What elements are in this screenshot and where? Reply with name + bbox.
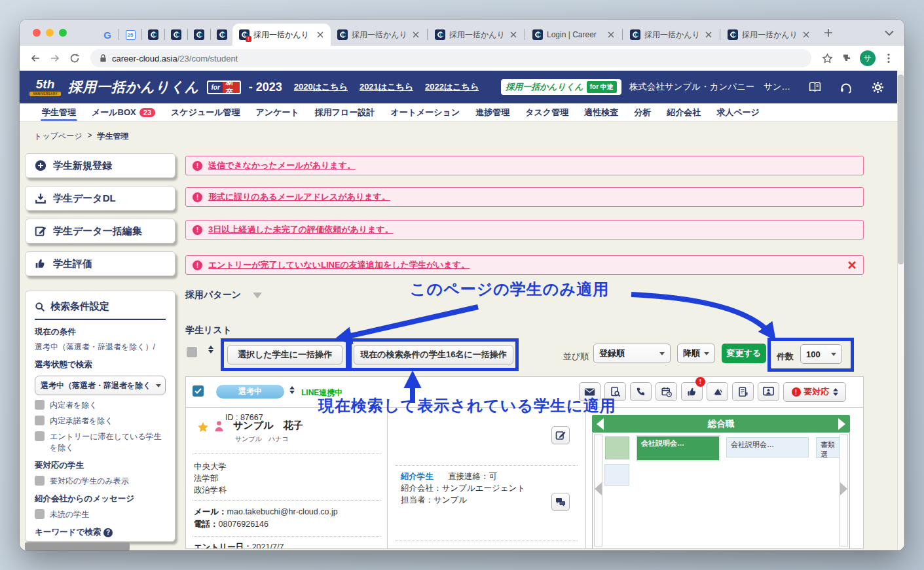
flow-step-past[interactable] — [605, 436, 629, 459]
carousel-left-arrow-icon[interactable] — [595, 482, 602, 495]
exclude-accept-checkbox-row[interactable]: 内定承諾者を除く — [35, 416, 166, 427]
interview-button[interactable] — [758, 382, 779, 401]
sort-toggle-icon[interactable] — [208, 346, 213, 353]
star-favorite-icon[interactable] — [197, 421, 209, 433]
manual-book-icon[interactable] — [807, 80, 822, 94]
bookmark-star-icon[interactable] — [818, 49, 836, 67]
chat-button[interactable] — [551, 493, 570, 511]
flow-step-upcoming[interactable]: 会社説明会… — [726, 437, 809, 457]
add-student-button[interactable]: 学生新規登録 — [25, 153, 176, 178]
checkbox[interactable] — [35, 509, 45, 519]
select-all-checkbox[interactable] — [187, 347, 197, 357]
help-icon[interactable] — [103, 528, 113, 537]
link-2022[interactable]: 2022はこちら — [425, 81, 479, 93]
profile-avatar[interactable]: サ — [860, 50, 876, 66]
close-alert-icon[interactable] — [847, 260, 857, 270]
flow-step-upcoming[interactable]: 書類選 — [816, 437, 840, 458]
minimize-window-button[interactable] — [46, 29, 54, 37]
alert-link[interactable]: 送信できなかったメールがあります。 — [208, 160, 356, 171]
page-scrollbar-thumb[interactable] — [898, 75, 904, 264]
download-student-data-button[interactable]: 学生データDL — [25, 186, 176, 211]
status-sort-icon[interactable] — [289, 386, 295, 394]
phone-button[interactable] — [630, 382, 652, 401]
attention-sort-button[interactable]: 要対応 — [783, 382, 846, 402]
sort-key-select[interactable]: 登録順 — [593, 344, 671, 363]
reload-button[interactable] — [65, 49, 84, 67]
alert-link[interactable]: 形式に誤りのあるメールアドレスがあります。 — [208, 191, 390, 203]
forward-button[interactable] — [46, 49, 64, 67]
checkbox[interactable] — [35, 431, 45, 441]
pinned-tab-app-1[interactable] — [143, 24, 164, 46]
attention-only-checkbox-row[interactable]: 要対応の学生のみ表示 — [35, 476, 166, 487]
broadcast-button[interactable] — [707, 382, 728, 401]
flow-step-upcoming[interactable] — [604, 464, 629, 486]
headset-support-icon[interactable] — [839, 80, 853, 94]
bulk-edit-button[interactable]: 学生データ一括編集 — [25, 219, 176, 243]
close-tab-icon[interactable] — [801, 29, 811, 40]
extensions-puzzle-icon[interactable] — [838, 49, 856, 67]
bulk-action-selected-button[interactable]: 選択した学生に一括操作 — [227, 345, 342, 365]
memo-button[interactable] — [732, 382, 754, 401]
chuto-version-button[interactable]: 採用一括かんりくん for 中途 — [501, 79, 621, 95]
alert-link[interactable]: エントリーが完了していないLINEの友達追加をした学生がいます。 — [208, 259, 470, 271]
flow-step-current[interactable]: 会社説明会… — [637, 436, 719, 460]
count-select[interactable]: 100 — [800, 344, 842, 364]
pinned-tab-app-2[interactable] — [166, 24, 187, 46]
pattern-dropdown-icon[interactable] — [253, 293, 262, 298]
chrome-menu-icon[interactable] — [879, 49, 898, 67]
student-checkbox-checked[interactable] — [193, 385, 204, 397]
bulk-action-filtered-button[interactable]: 現在の検索条件の学生16名に一括操作 — [354, 345, 513, 365]
nav-student-mgmt[interactable]: 学生管理 — [34, 103, 84, 121]
nav-flow-design[interactable]: 採用フロー設計 — [307, 103, 383, 121]
tab-5[interactable]: 採用一括かんり — [623, 24, 719, 46]
apply-button[interactable]: 変更する — [722, 344, 766, 363]
edit-note-button[interactable] — [551, 426, 570, 444]
pinned-tab-app-4[interactable] — [212, 24, 232, 46]
tab-3[interactable]: 採用一括かんり — [428, 24, 524, 46]
nav-automation[interactable]: オートメーション — [382, 103, 468, 121]
nav-mailbox[interactable]: メールBOX23 — [84, 103, 163, 121]
nav-progress[interactable]: 進捗管理 — [468, 103, 517, 121]
flow-next-arrow-icon[interactable] — [838, 418, 845, 430]
nav-aptitude[interactable]: 適性検査 — [576, 103, 626, 121]
nav-schedule[interactable]: スケジュール管理 — [163, 103, 248, 121]
unread-checkbox-row[interactable]: 未読の学生 — [35, 509, 166, 520]
horizontal-scrollbar-thumb[interactable] — [25, 543, 130, 550]
nav-jobpage[interactable]: 求人ページ — [709, 103, 767, 121]
address-bar[interactable]: career-cloud.asia/23/com/student — [90, 49, 811, 67]
checkbox[interactable] — [35, 400, 45, 410]
exclude-entry-checkbox-row[interactable]: エントリーに滞在している学生を除く — [35, 431, 166, 454]
student-evaluation-button[interactable]: 学生評価 — [25, 251, 176, 276]
zoom-window-button[interactable] — [59, 29, 67, 37]
back-button[interactable] — [26, 49, 45, 67]
link-2020[interactable]: 2020はこちら — [294, 81, 348, 93]
pinned-tab-app-3[interactable] — [189, 24, 210, 46]
close-tab-icon[interactable] — [703, 29, 714, 40]
close-tab-icon[interactable] — [315, 29, 325, 40]
status-select[interactable]: 選考中（落選者・辞退者を除く — [35, 376, 166, 395]
close-tab-icon[interactable] — [411, 29, 421, 40]
close-tab-icon[interactable] — [606, 29, 616, 40]
tab-2[interactable]: 採用一括かんり — [331, 24, 426, 46]
tab-6[interactable]: 採用一括かんり — [721, 24, 817, 46]
tab-4[interactable]: Login | Career — [526, 24, 621, 46]
checkbox[interactable] — [35, 416, 45, 425]
settings-gear-icon[interactable] — [870, 80, 885, 94]
nav-survey[interactable]: アンケート — [248, 103, 307, 121]
nav-agency[interactable]: 紹介会社 — [659, 103, 709, 121]
link-2021[interactable]: 2021はこちら — [360, 81, 413, 93]
flow-prev-arrow-icon[interactable] — [597, 418, 604, 430]
close-tab-icon[interactable] — [508, 29, 519, 40]
tab-active[interactable]: 採用一括かんり — [232, 24, 331, 46]
student-name[interactable]: サンプル 花子 — [233, 419, 303, 432]
nav-analysis[interactable]: 分析 — [626, 103, 659, 121]
pinned-tab-google[interactable]: G — [97, 24, 118, 46]
nav-task[interactable]: タスク管理 — [517, 103, 576, 121]
close-window-button[interactable] — [33, 29, 41, 37]
referral-student-tag[interactable]: 紹介学生 — [401, 471, 434, 482]
schedule-button[interactable] — [656, 382, 677, 401]
sort-direction-select[interactable]: 降順 — [677, 344, 715, 363]
breadcrumb-home[interactable]: トップページ — [34, 131, 82, 142]
exclude-offer-checkbox-row[interactable]: 内定者を除く — [35, 400, 166, 411]
tab-search-chevron-icon[interactable] — [885, 27, 894, 39]
